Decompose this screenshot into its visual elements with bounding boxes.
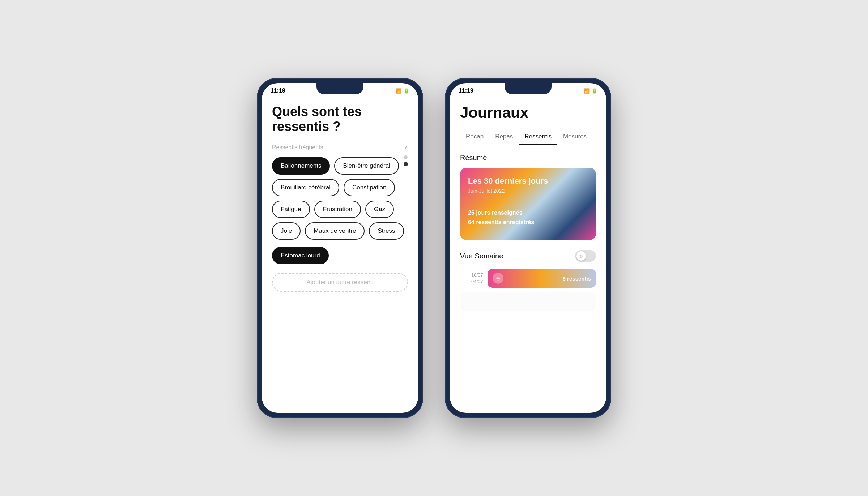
vue-semaine-toggle[interactable]: ◎	[575, 250, 596, 262]
journals-title: Journaux	[460, 104, 596, 121]
section-label: Ressentis fréquents	[272, 144, 323, 151]
chevron-up-icon[interactable]: ∧	[404, 145, 408, 150]
summary-card: Les 30 derniers jours Juin-Juillet 2022 …	[460, 168, 596, 240]
status-icons-left: 📶 🔋	[396, 88, 409, 94]
tag-joie[interactable]: Joie	[272, 222, 301, 240]
week-bar-icon: ◎	[493, 273, 503, 284]
tag-ballonnements[interactable]: Ballonnements	[272, 157, 330, 175]
section-header: Ressentis fréquents ∧	[272, 144, 408, 151]
resume-label: Résumé	[460, 154, 596, 162]
card-subtitle: Juin-Juillet 2022	[468, 188, 588, 194]
stat-1: 26 jours renseignés	[468, 208, 588, 218]
tab-ressentis[interactable]: Ressentis	[519, 130, 557, 145]
toggle-thumb: ◎	[576, 251, 586, 261]
battery-icon-left: 🔋	[404, 88, 409, 94]
status-icons-right: 📶 🔋	[584, 88, 597, 94]
tag-brouillard[interactable]: Brouillard cérébral	[272, 179, 339, 196]
card-title: Les 30 derniers jours	[468, 176, 588, 186]
week-date-wrapper: ↑ 10/07 04/07	[460, 272, 483, 285]
tag-maux[interactable]: Maux de ventre	[305, 222, 365, 240]
battery-icon-right: 🔋	[592, 88, 597, 94]
add-feeling-button[interactable]: Ajouter un autre ressenti	[272, 273, 408, 292]
page-title-left: Quels sont tes ressentis ?	[272, 104, 408, 134]
up-arrow-icon: ↑	[460, 276, 463, 281]
card-stats: 26 jours renseignés 64 ressentis enregis…	[468, 208, 588, 227]
tabs-row: Récap Repas Ressentis Mesures Somme	[460, 130, 596, 145]
right-screen-content: Journaux Récap Repas Ressentis Mesures S…	[450, 95, 606, 407]
notch-right	[505, 83, 552, 94]
date-bottom: 04/07	[471, 279, 483, 284]
phone-right: 11:19 📶 🔋 Journaux Récap Repas Ressentis…	[445, 78, 611, 418]
week-bar-empty	[460, 292, 596, 311]
week-bar[interactable]: ◎ 6 ressentis	[488, 269, 596, 288]
tag-estomac[interactable]: Estomac lourd	[272, 247, 329, 264]
week-bar-label: 6 ressentis	[563, 275, 591, 282]
tags-container: Ballonnements Bien-être général Brouilla…	[272, 157, 408, 240]
notch-left	[316, 83, 363, 94]
page-dots	[404, 155, 408, 166]
phone-screen-left: 11:19 📶 🔋 Quels sont tes ressentis ? Res…	[262, 83, 418, 413]
stat-2: 64 ressentis enregistrés	[468, 218, 588, 227]
week-date: 10/07 04/07	[463, 272, 483, 285]
tab-repas[interactable]: Repas	[489, 130, 519, 145]
date-top: 10/07	[471, 272, 483, 278]
status-time-left: 11:19	[271, 87, 285, 94]
vue-semaine-label: Vue Semaine	[460, 252, 503, 260]
dot-1	[404, 155, 408, 159]
tag-frustration[interactable]: Frustration	[314, 201, 361, 218]
vue-semaine-row: Vue Semaine ◎	[460, 250, 596, 262]
status-time-right: 11:19	[459, 87, 473, 94]
week-row: ↑ 10/07 04/07 ◎ 6 ressentis	[460, 269, 596, 288]
tag-constipation[interactable]: Constipation	[344, 179, 395, 196]
tag-bien-etre[interactable]: Bien-être général	[334, 157, 399, 175]
wifi-icon-left: 📶	[396, 88, 401, 94]
tab-recap[interactable]: Récap	[460, 130, 489, 145]
tab-somme[interactable]: Somme	[592, 130, 596, 145]
tag-stress[interactable]: Stress	[369, 222, 404, 240]
tag-fatigue[interactable]: Fatigue	[272, 201, 310, 218]
dot-2	[404, 162, 408, 166]
phone-screen-right: 11:19 📶 🔋 Journaux Récap Repas Ressentis…	[450, 83, 606, 413]
tab-mesures[interactable]: Mesures	[557, 130, 592, 145]
phone-left: 11:19 📶 🔋 Quels sont tes ressentis ? Res…	[257, 78, 423, 418]
tag-gaz[interactable]: Gaz	[365, 201, 394, 218]
left-screen-content: Quels sont tes ressentis ? Ressentis fré…	[262, 95, 418, 407]
wifi-icon-right: 📶	[584, 88, 590, 94]
